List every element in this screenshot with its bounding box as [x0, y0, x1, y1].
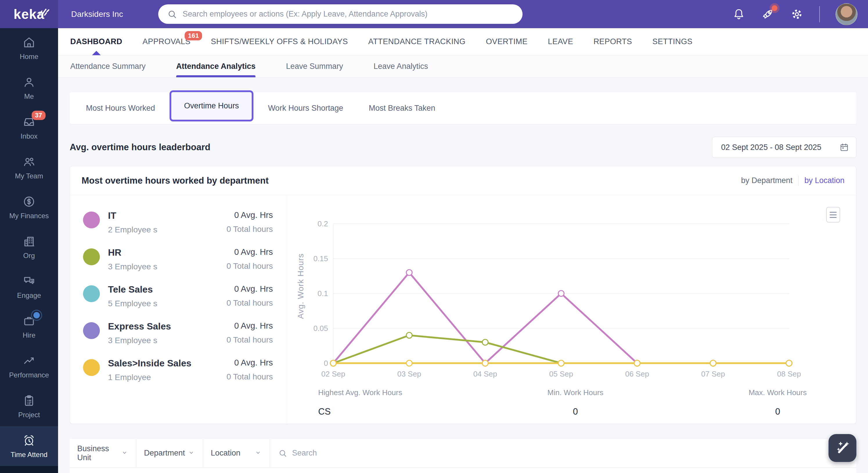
department-employees: 2 Employee s	[108, 225, 157, 234]
tab-label: SHIFTS/WEEKLY OFFS & HOLIDAYS	[211, 37, 348, 46]
calendar-icon	[839, 142, 849, 152]
department-name: Express Sales	[108, 321, 171, 332]
primary-nav: DASHBOARDAPPROVALS161SHIFTS/WEEKLY OFFS …	[58, 28, 868, 55]
sidebar-item-me[interactable]: Me	[0, 68, 58, 108]
department-row-hr[interactable]: HR3 Employee s0 Avg. Hrs0 Total hours	[83, 247, 273, 271]
card-body: IT2 Employee s0 Avg. Hrs0 Total hoursHR3…	[70, 195, 856, 424]
tab-label: SETTINGS	[652, 37, 692, 46]
department-names: HR3 Employee s	[108, 247, 157, 271]
date-range-picker[interactable]: 02 Sept 2025 - 08 Sept 2025	[712, 137, 857, 158]
analytics-tab-most-breaks-taken[interactable]: Most Breaks Taken	[356, 104, 448, 113]
magic-wand-button[interactable]	[829, 434, 857, 462]
subtab-leave-summary[interactable]: Leave Summary	[286, 55, 343, 77]
tab-label: ATTENDANCE TRACKING	[368, 37, 465, 46]
sidebar-item-time-attend[interactable]: Time Attend	[0, 426, 58, 466]
global-search-input[interactable]	[183, 9, 514, 19]
sidebar-item-performance[interactable]: Performance	[0, 347, 58, 386]
department-list: IT2 Employee s0 Avg. Hrs0 Total hoursHR3…	[70, 195, 286, 424]
sidebar-item-my-finances[interactable]: My Finances	[0, 187, 58, 227]
department-avg-hours: 0 Avg. Hrs	[226, 358, 273, 367]
sidebar-item-org[interactable]: Org	[0, 227, 58, 267]
svg-text:06 Sep: 06 Sep	[625, 369, 649, 378]
home-icon	[22, 36, 36, 49]
tab-settings[interactable]: SETTINGS	[652, 28, 692, 55]
svg-text:08 Sep: 08 Sep	[777, 369, 801, 378]
filter-location[interactable]: Location	[203, 439, 270, 467]
department-avg-hours: 0 Avg. Hrs	[226, 284, 273, 294]
sidebar-item-label: Hire	[23, 331, 35, 339]
gear-icon[interactable]	[790, 7, 804, 21]
department-info: IT2 Employee s	[83, 210, 157, 234]
stat-value: 0	[548, 407, 603, 417]
analytics-tab-most-hours-worked[interactable]: Most Hours Worked	[73, 104, 168, 113]
subtab-leave-analytics[interactable]: Leave Analytics	[374, 55, 428, 77]
filter-search[interactable]	[270, 439, 857, 467]
table-area-start	[70, 468, 857, 473]
tab-shifts-weekly-offs-holidays[interactable]: SHIFTS/WEEKLY OFFS & HOLIDAYS	[211, 28, 348, 55]
department-avg-hours: 0 Avg. Hrs	[226, 210, 273, 220]
group-by-location-link[interactable]: by Location	[804, 176, 844, 185]
svg-text:03 Sep: 03 Sep	[397, 369, 421, 378]
department-name: HR	[108, 247, 157, 258]
sidebar-item-inbox[interactable]: 37Inbox	[0, 108, 58, 148]
department-row-it[interactable]: IT2 Employee s0 Avg. Hrs0 Total hours	[83, 210, 273, 234]
department-row-tele-sales[interactable]: Tele Sales5 Employee s0 Avg. Hrs0 Total …	[83, 284, 273, 308]
tab-dashboard[interactable]: DASHBOARD	[70, 28, 122, 55]
department-hours: 0 Avg. Hrs0 Total hours	[226, 321, 273, 345]
sidebar-item-project[interactable]: Project	[0, 386, 58, 426]
sidebar-item-my-team[interactable]: My Team	[0, 148, 58, 187]
analytics-tab-bar: Most Hours WorkedOvertime HoursWork Hour…	[70, 92, 857, 124]
card-header: Most overtime hours worked by department…	[70, 166, 856, 195]
tab-attendance-tracking[interactable]: ATTENDANCE TRACKING	[368, 28, 465, 55]
filter-search-input[interactable]	[292, 449, 857, 457]
sidebar-item-home[interactable]: Home	[0, 28, 58, 68]
keka-logo[interactable]: keka	[0, 0, 58, 28]
analytics-tab-overtime-hours[interactable]: Overtime Hours	[169, 90, 253, 121]
department-names: Express Sales3 Employee s	[108, 321, 171, 345]
hire-notification-dot	[33, 312, 40, 319]
stat-value: 0	[749, 407, 807, 417]
chevron-down-icon	[187, 449, 195, 458]
secondary-nav: Attendance SummaryAttendance AnalyticsLe…	[58, 55, 868, 78]
svg-text:0.05: 0.05	[313, 324, 328, 333]
subtab-attendance-summary[interactable]: Attendance Summary	[70, 55, 146, 77]
tab-overtime[interactable]: OVERTIME	[486, 28, 528, 55]
sidebar-item-hire[interactable]: Hire	[0, 307, 58, 347]
subtab-attendance-analytics[interactable]: Attendance Analytics	[176, 55, 256, 77]
stat-max-work-hours: Max. Work Hours0	[749, 388, 807, 417]
stat-min-work-hours: Min. Work Hours0	[548, 388, 603, 417]
topbar: keka Darksiders Inc	[0, 0, 868, 28]
user-avatar[interactable]	[836, 3, 858, 25]
global-search[interactable]	[158, 4, 523, 24]
bell-icon[interactable]	[732, 7, 745, 21]
chart-wrapper: Avg. Work Hours 00.050.10.150.202 Sep03 …	[289, 212, 856, 386]
department-name: Tele Sales	[108, 284, 157, 295]
department-info: Sales>Inside Sales1 Employee	[83, 358, 191, 382]
department-total-hours: 0 Total hours	[226, 335, 273, 345]
department-names: IT2 Employee s	[108, 210, 157, 234]
tab-approvals[interactable]: APPROVALS161	[143, 28, 190, 55]
overtime-card: Most overtime hours worked by department…	[70, 166, 857, 424]
department-row-express-sales[interactable]: Express Sales3 Employee s0 Avg. Hrs0 Tot…	[83, 321, 273, 345]
tab-leave[interactable]: LEAVE	[548, 28, 573, 55]
filter-department[interactable]: Department	[136, 439, 203, 467]
chart-menu-icon[interactable]	[826, 207, 840, 223]
tab-reports[interactable]: REPORTS	[593, 28, 632, 55]
department-color-dot	[83, 359, 100, 376]
stat-label: Max. Work Hours	[749, 388, 807, 397]
group-by-switch: by Department by Location	[741, 176, 844, 186]
department-total-hours: 0 Total hours	[226, 372, 273, 382]
group-by-department-link[interactable]: by Department	[741, 176, 793, 185]
sidebar-item-engage[interactable]: Engage	[0, 267, 58, 307]
filter-business-unit[interactable]: Business Unit	[70, 439, 136, 467]
department-info: HR3 Employee s	[83, 247, 157, 271]
sidebar-item-label: Me	[24, 92, 34, 100]
time-attend-icon	[22, 434, 36, 447]
analytics-tab-work-hours-shortage[interactable]: Work Hours Shortage	[255, 104, 356, 113]
rocket-icon[interactable]	[761, 7, 775, 21]
stat-highest-avg-work-hours: Highest Avg. Work HoursCS	[318, 388, 402, 417]
finances-icon	[22, 195, 36, 208]
engage-icon	[22, 274, 36, 288]
team-icon	[22, 155, 36, 169]
department-row-sales-inside-sales[interactable]: Sales>Inside Sales1 Employee0 Avg. Hrs0 …	[83, 358, 273, 382]
